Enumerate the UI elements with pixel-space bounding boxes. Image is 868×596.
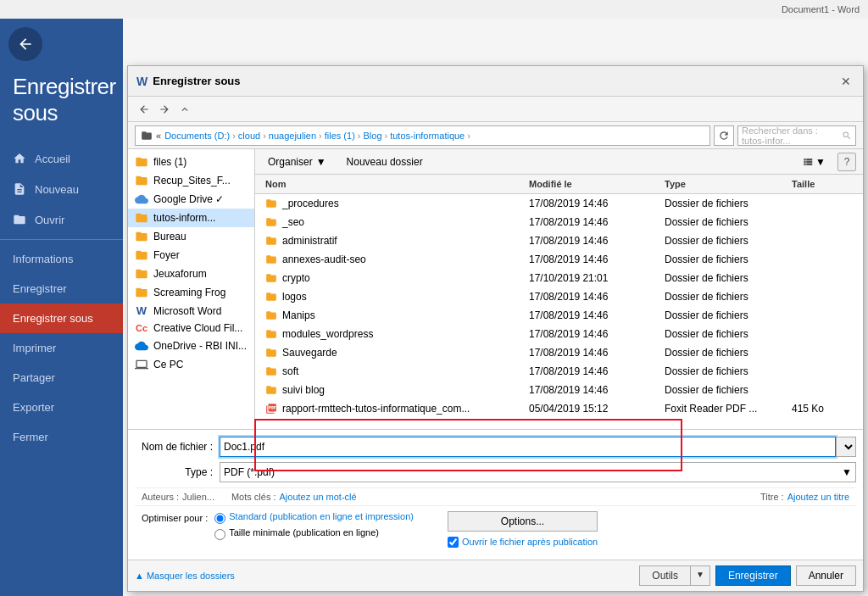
sidebar-item-exporter[interactable]: Exporter	[0, 393, 123, 422]
address-part-0[interactable]: Documents (D:)	[164, 131, 230, 141]
col-type[interactable]: Type	[661, 177, 788, 191]
lp-item-files1[interactable]: files (1)	[128, 153, 254, 171]
sidebar-item-fermer[interactable]: Fermer	[0, 422, 123, 452]
lp-item-msword[interactable]: W Microsoft Word	[128, 302, 254, 320]
nouveau-dossier-button[interactable]: Nouveau dossier	[341, 153, 429, 170]
col-modified[interactable]: Modifié le	[526, 177, 661, 191]
file-size	[788, 351, 856, 354]
sidebar-back-button[interactable]	[8, 27, 42, 61]
up-button[interactable]	[175, 100, 194, 119]
file-modified: 17/08/2019 14:46	[526, 233, 661, 248]
organiser-button[interactable]: Organiser ▼	[262, 153, 332, 170]
sidebar-item-informations[interactable]: Informations	[0, 244, 123, 274]
file-modified: 17/08/2019 14:46	[526, 252, 661, 267]
address-part-2[interactable]: nuagejulien	[269, 131, 316, 141]
word-icon: W	[135, 304, 148, 317]
address-part-4[interactable]: Blog	[363, 131, 381, 141]
radio-minimale-input[interactable]	[214, 529, 225, 540]
lp-item-screaming[interactable]: Screaming Frog	[128, 283, 254, 302]
titre-label: Titre :	[760, 492, 784, 502]
radio-standard-input[interactable]	[214, 513, 225, 524]
checkbox-ouvrir-input[interactable]	[448, 537, 459, 548]
lp-item-tutos[interactable]: tutos-inform...	[128, 209, 254, 227]
table-row[interactable]: Manips 17/08/2019 14:46 Dossier de fichi…	[255, 306, 863, 325]
file-name: Manips	[282, 309, 315, 321]
sidebar-item-nouveau[interactable]: Nouveau	[0, 174, 123, 204]
search-box[interactable]: Rechercher dans : tutos-infor...	[737, 125, 856, 146]
address-part-5[interactable]: tutos-informatique	[390, 131, 465, 141]
filetype-select[interactable]: PDF (*.pdf) ▼	[220, 462, 856, 482]
lp-item-jeuxaforum[interactable]: Jeuxaforum	[128, 265, 254, 283]
dialog-addressbar: « Documents (D:) › cloud › nuagejulien ›…	[128, 122, 863, 149]
dialog-body: files (1) Recup_Sites_F... Google Drive …	[128, 149, 863, 429]
address-part-3[interactable]: files (1)	[325, 131, 355, 141]
file-type: Dossier de fichiers	[661, 289, 788, 304]
folder-icon	[265, 384, 277, 396]
address-path[interactable]: « Documents (D:) › cloud › nuagejulien ›…	[135, 125, 710, 146]
table-row[interactable]: Sauvegarde 17/08/2019 14:46 Dossier de f…	[255, 343, 863, 362]
titre-link[interactable]: Ajoutez un titre	[787, 492, 849, 502]
col-taille[interactable]: Taille	[788, 177, 856, 191]
folder-icon	[135, 267, 148, 281]
refresh-button[interactable]	[714, 125, 734, 146]
sidebar-item-accueil[interactable]: Accueil	[0, 143, 123, 174]
sidebar-item-partager[interactable]: Partager	[0, 363, 123, 393]
sidebar-item-enregistrer-sous[interactable]: Enregistrer sous	[0, 304, 123, 333]
col-nom[interactable]: Nom	[262, 177, 526, 191]
filetype-row: Type : PDF (*.pdf) ▼	[135, 462, 856, 482]
file-size	[788, 276, 856, 280]
lp-item-onedrive[interactable]: OneDrive - RBI INI...	[128, 337, 254, 355]
dialog-close-button[interactable]: ✕	[837, 73, 854, 90]
meta-auteurs: Auteurs : Julien...	[142, 492, 214, 502]
table-row[interactable]: _seo 17/08/2019 14:46 Dossier de fichier…	[255, 213, 863, 231]
motscles-link[interactable]: Ajoutez un mot-clé	[280, 492, 357, 502]
annuler-button[interactable]: Annuler	[796, 565, 856, 586]
lp-item-cepc[interactable]: Ce PC	[128, 355, 254, 374]
file-type: Foxit Reader PDF ...	[661, 401, 788, 416]
back-button[interactable]	[135, 100, 153, 119]
dialog-toolbar	[128, 97, 863, 122]
table-row[interactable]: _procedures 17/08/2019 14:46 Dossier de …	[255, 194, 863, 213]
masquer-dossiers-button[interactable]: ▲ Masquer les dossiers	[135, 571, 235, 581]
checkbox-ouvrir[interactable]: Ouvrir le fichier après publication	[448, 537, 598, 548]
folder-icon	[265, 198, 277, 209]
table-row[interactable]: soft 17/08/2019 14:46 Dossier de fichier…	[255, 362, 863, 381]
options-button[interactable]: Options...	[448, 511, 598, 532]
outils-arrow[interactable]: ▼	[691, 565, 710, 586]
radio-standard[interactable]: Standard (publication en ligne et impres…	[214, 511, 414, 524]
lp-item-label: Ce PC	[153, 359, 183, 370]
table-row[interactable]: rapport-rmttech-tutos-informatique_com..…	[255, 399, 863, 418]
help-button[interactable]: ?	[837, 153, 856, 171]
sidebar-item-ouvrir[interactable]: Ouvrir	[0, 204, 123, 235]
motscles-label: Mots clés :	[231, 492, 276, 502]
file-name: soft	[282, 365, 298, 377]
enregistrer-button[interactable]: Enregistrer	[715, 565, 791, 586]
table-row[interactable]: modules_wordpress 17/08/2019 14:46 Dossi…	[255, 325, 863, 343]
lp-item-bureau[interactable]: Bureau	[128, 227, 254, 246]
lp-item-creative[interactable]: Cc Creative Cloud Fil...	[128, 320, 254, 337]
file-name: annexes-audit-seo	[282, 253, 366, 265]
refresh-icon	[718, 130, 730, 142]
table-row[interactable]: administratif 17/08/2019 14:46 Dossier d…	[255, 231, 863, 250]
view-button[interactable]: ▼	[802, 156, 826, 168]
lp-item-gdrive[interactable]: Google Drive ✓	[128, 190, 254, 209]
checkbox-ouvrir-label: Ouvrir le fichier après publication	[462, 537, 598, 547]
outils-main[interactable]: Outils	[639, 565, 691, 586]
main-area: W Enregistrer sous ✕ « Documents (D:) ›	[123, 19, 868, 596]
radio-minimale[interactable]: Taille minimale (publication en ligne)	[214, 527, 414, 540]
lp-item-foyer[interactable]: Foyer	[128, 246, 254, 265]
back-arrow-icon	[17, 36, 34, 53]
lp-item-label: Bureau	[153, 231, 186, 242]
sidebar-item-imprimer[interactable]: Imprimer	[0, 333, 123, 363]
table-row[interactable]: suivi blog 17/08/2019 14:46 Dossier de f…	[255, 381, 863, 399]
lp-item-recup[interactable]: Recup_Sites_F...	[128, 171, 254, 190]
file-modified: 17/10/2019 21:01	[526, 270, 661, 286]
address-part-1[interactable]: cloud	[238, 131, 260, 141]
sidebar-item-enregistrer[interactable]: Enregistrer	[0, 274, 123, 304]
table-row[interactable]: crypto 17/10/2019 21:01 Dossier de fichi…	[255, 269, 863, 287]
forward-button[interactable]	[155, 100, 174, 119]
filename-dropdown[interactable]	[836, 437, 856, 457]
filename-input[interactable]	[220, 437, 836, 457]
table-row[interactable]: annexes-audit-seo 17/08/2019 14:46 Dossi…	[255, 250, 863, 269]
table-row[interactable]: logos 17/08/2019 14:46 Dossier de fichie…	[255, 287, 863, 306]
